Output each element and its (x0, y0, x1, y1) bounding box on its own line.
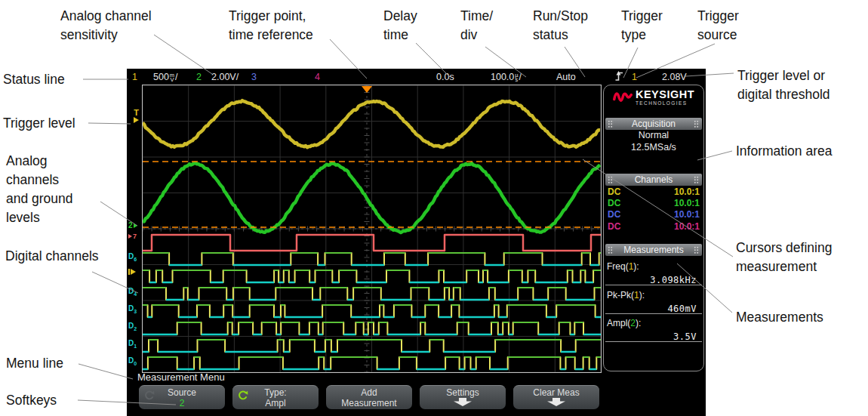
digital-7-label: 7 (133, 233, 137, 240)
softkey-label: Clear Meas (513, 387, 599, 398)
measurement-value: 3.098kHz (650, 275, 697, 285)
keysight-sub-text: TECHNOLOGIES (636, 100, 694, 106)
status-line: 1500mV/22.00V/340.0s100.0µs/Auto12.08V (127, 69, 706, 85)
digital-channel-label-0: D0 (128, 356, 137, 366)
channel-row-4: DC10.0:1 (608, 221, 700, 233)
callout-status-line: Status line (3, 70, 94, 89)
measurements-title: Measurements (616, 245, 691, 255)
down-arrow-icon (454, 398, 472, 406)
callout-delay-time: Delay time (383, 7, 436, 45)
callout-run-stop: Run/Stop status (533, 7, 605, 45)
keysight-logo-wave-icon (613, 89, 633, 106)
callout-trigger-type: Trigger type (621, 7, 682, 45)
ch3-number: 3 (251, 69, 257, 85)
grip-icon (608, 176, 614, 183)
callout-trigger-point: Trigger point, time reference (229, 7, 327, 45)
softkey-type[interactable]: Type:Ampl (232, 385, 319, 409)
measurement-value: 3.5V (673, 331, 697, 342)
channel-row-2: DC10.0:1 (608, 198, 700, 209)
callout-trigger-level: Trigger level (3, 114, 101, 133)
cycle-arrow-icon (144, 390, 155, 403)
softkey-value: Measurement (326, 398, 412, 408)
waveform-display (142, 85, 602, 373)
digital-channel-label-4: D4 (128, 287, 137, 297)
digital-channel-label-2: D2 (128, 322, 137, 331)
trigger-level-letter: T (134, 108, 139, 117)
softkey-label: Settings (420, 387, 506, 398)
cycle-arrow-icon (238, 390, 248, 403)
acquisition-section-header[interactable]: Acquisition (605, 118, 702, 130)
ch2-sensitivity: 2.00V/ (211, 69, 239, 85)
trigger-source-value: 1 (632, 69, 637, 85)
grip-icon (694, 120, 700, 128)
information-area: KEYSIGHT TECHNOLOGIES Acquisition Normal… (603, 85, 704, 371)
channels-title: Channels (616, 174, 691, 185)
measurement-label: Ampl(2): (607, 318, 641, 328)
divider (605, 313, 702, 314)
channels-section-header[interactable]: Channels (605, 174, 702, 186)
ch1-sensitivity: 500mV/ (153, 69, 178, 85)
digital-channel-label-1: D1 (128, 339, 137, 349)
channel-row-3: DC10.0:1 (608, 209, 700, 220)
callout-digital-channels: Digital channels (5, 247, 126, 266)
softkey-clear-meas[interactable]: Clear Meas (513, 385, 599, 409)
callout-trigger-threshold: Trigger level or digital threshold (737, 66, 862, 104)
down-arrow-icon (547, 398, 565, 406)
digital-7-arrow-icon (128, 234, 132, 239)
grip-icon (694, 246, 700, 254)
softkey-add-measurement[interactable]: AddMeasurement (326, 385, 412, 409)
trigger-level-marker[interactable]: T (134, 108, 139, 123)
softkey-source[interactable]: Source2 (139, 385, 225, 409)
menu-line: Measurement Menu (137, 371, 225, 383)
oscilloscope-manual-figure: Analog channel sensitivity Trigger point… (0, 0, 868, 416)
acquisition-mode: Normal (604, 130, 703, 140)
trigger-level-value: 2.08V (662, 69, 687, 85)
sample-rate: 12.5MSa/s (604, 142, 703, 153)
softkey-label: Add (326, 387, 412, 398)
ch1-number: 1 (132, 69, 137, 85)
keysight-brand-text: KEYSIGHT (636, 89, 694, 100)
callout-menu-line: Menu line (6, 354, 89, 373)
callout-analog-channels: Analog channels and ground levels (6, 152, 97, 227)
divider (605, 341, 702, 342)
grip-icon (608, 120, 614, 128)
callout-softkeys: Softkeys (6, 391, 89, 410)
measurements-section-header[interactable]: Measurements (605, 244, 702, 256)
delay-time-value: 0.0s (436, 69, 454, 85)
callout-analog-sensitivity: Analog channel sensitivity (60, 7, 174, 45)
ch2-number: 2 (196, 69, 202, 85)
digital-channel-label-3: D3 (128, 304, 137, 314)
waveform-plot (143, 85, 601, 372)
softkey-settings[interactable]: Settings (420, 385, 506, 409)
channel-2-ground-arrow-icon (134, 223, 137, 228)
trigger-level-arrow-icon (134, 117, 139, 123)
channel-2-ground-marker[interactable]: 2 (128, 221, 137, 230)
measurement-label: Pk-Pk(1): (607, 290, 645, 300)
callout-time-div: Time/ div (460, 7, 506, 45)
acquisition-title: Acquisition (616, 119, 691, 129)
keysight-logo: KEYSIGHT TECHNOLOGIES (604, 89, 703, 106)
oscilloscope-screen: 1500mV/22.00V/340.0s100.0µs/Auto12.08V T… (127, 69, 706, 416)
divider (605, 285, 702, 285)
callout-trigger-source: Trigger source (697, 7, 758, 45)
digital-7-marker[interactable]: 7 (128, 233, 137, 240)
channel-2-ground-label: 2 (128, 221, 133, 230)
ch4-number: 4 (315, 69, 320, 85)
callout-measurements: Measurements (736, 308, 857, 327)
trigger-type-icon (615, 69, 623, 85)
channel-row-1: DC10.0:1 (608, 186, 700, 198)
trigger-point-icon[interactable] (362, 86, 372, 93)
digital-5-trigger-arrow-icon (131, 269, 136, 275)
grip-icon (608, 246, 614, 254)
digital-5-trigger-bar-icon (128, 269, 130, 275)
time-per-div-value: 100.0µs/ (491, 69, 522, 85)
callout-information-area: Information area (736, 142, 864, 161)
grip-icon (694, 176, 700, 183)
measurement-label: Freq(1): (607, 261, 639, 272)
measurement-value: 460mV (667, 304, 697, 314)
digital-5-trigger-marker[interactable] (128, 269, 136, 275)
run-stop-status: Auto (556, 69, 576, 85)
callout-cursors: Cursors defining measurement (736, 239, 857, 276)
digital-channel-label-6: D6 (128, 252, 137, 262)
